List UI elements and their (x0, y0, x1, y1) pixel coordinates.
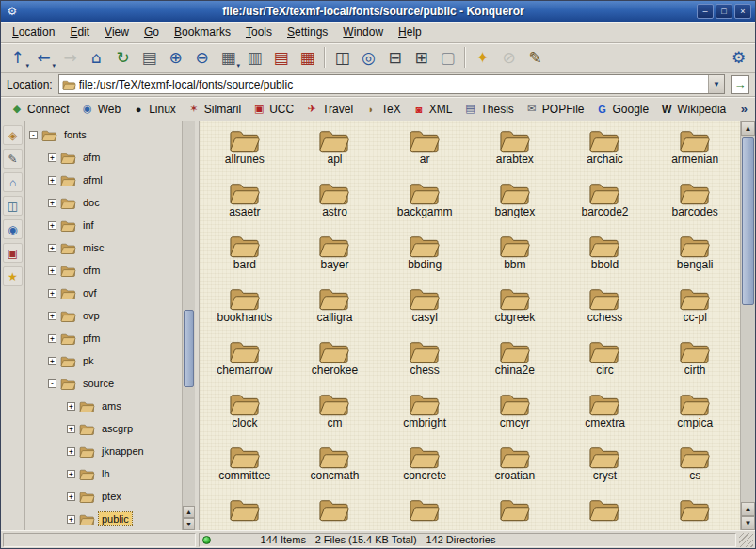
bookmark-overflow-button[interactable]: » (738, 102, 750, 116)
expand-expander-icon[interactable]: + (48, 176, 56, 185)
location-dropdown-button[interactable]: ▼ (708, 75, 724, 93)
split-view-top-bottom-button[interactable]: ⊟ (382, 45, 408, 70)
expand-expander-icon[interactable]: + (48, 334, 56, 343)
tree-item-ams[interactable]: +ams (25, 395, 182, 417)
folder-item-bangtex[interactable]: bangtex (470, 180, 560, 233)
expand-expander-icon[interactable]: + (48, 312, 56, 320)
folder-item-barcode2[interactable]: barcode2 (560, 180, 651, 233)
folder-item-armenian[interactable]: armenian (650, 127, 740, 180)
menu-location[interactable]: Location (5, 23, 62, 41)
view-scrollbar-thumb[interactable] (742, 137, 754, 305)
folder-item-astro[interactable]: astro (290, 180, 380, 233)
collapse-expander-icon[interactable]: - (29, 131, 38, 139)
folder-item-china2e[interactable]: china2e (470, 338, 560, 391)
folder-item-bengali[interactable]: bengali (650, 233, 740, 285)
tree-item-afm[interactable]: +afm (25, 146, 182, 169)
folder-item[interactable] (560, 496, 651, 530)
multicolumn-view-button[interactable]: ▥ (242, 45, 267, 70)
go-button[interactable]: → (731, 75, 749, 94)
view-scroll-down-button[interactable]: ▼ (741, 516, 755, 530)
menu-settings[interactable]: Settings (280, 23, 335, 41)
detailed-list-view-button[interactable]: ▤ (268, 45, 294, 70)
folder-item-chemarrow[interactable]: chemarrow (200, 338, 290, 391)
folder-item-concrete[interactable]: concrete (379, 444, 470, 496)
folder-item-apl[interactable]: apl (290, 127, 380, 180)
remove-view-button[interactable]: ▢ (435, 45, 460, 70)
folder-item-cchess[interactable]: cchess (560, 285, 651, 338)
tree-scrollbar-thumb[interactable] (184, 310, 194, 387)
bookmark-tex[interactable]: ◗TeX (360, 101, 406, 118)
menu-tools[interactable]: Tools (238, 23, 280, 41)
forward-button[interactable]: → (57, 45, 83, 70)
stop-animations-button[interactable]: ⊘ (496, 45, 522, 70)
sidebar-tab-bookmarks[interactable]: ◈ (3, 125, 23, 145)
home-button[interactable]: ⌂ (84, 45, 109, 70)
print-button[interactable]: ▤ (137, 45, 162, 70)
zoom-in-button[interactable]: ⊕ (163, 45, 188, 70)
window-menu-icon[interactable]: ⚙ (5, 4, 20, 19)
konqueror-throbber-button[interactable]: ⚙ (726, 45, 751, 70)
folder-item-ar[interactable]: ar (379, 127, 470, 180)
tree-item-ptex[interactable]: +ptex (25, 485, 182, 508)
close-button[interactable]: × (734, 4, 751, 19)
bookmark-toggle-button[interactable]: ✦ (470, 45, 495, 70)
sidebar-tab-bookmark-star[interactable]: ★ (3, 266, 23, 286)
folder-item-archaic[interactable]: archaic (560, 127, 651, 180)
tree-item-doc[interactable]: +doc (25, 191, 182, 214)
folder-item-arabtex[interactable]: arabtex (470, 127, 560, 180)
expand-expander-icon[interactable]: + (48, 153, 56, 162)
folder-item-cryst[interactable]: cryst (560, 444, 651, 496)
quill-button[interactable]: ✎ (523, 45, 548, 70)
view-scroll-up-button-bottom[interactable]: ▲ (741, 502, 755, 516)
tree-item-source[interactable]: -source (25, 372, 182, 395)
tree-item-ascgrp[interactable]: +ascgrp (25, 417, 182, 440)
location-input[interactable] (79, 75, 705, 93)
folder-item-clock[interactable]: clock (200, 391, 290, 444)
menu-view[interactable]: View (97, 23, 137, 41)
folder-item-bard[interactable]: bard (200, 233, 290, 285)
resize-grip[interactable] (739, 533, 753, 547)
folder-item[interactable] (200, 496, 290, 530)
expand-expander-icon[interactable]: + (48, 357, 56, 365)
folder-item-casyl[interactable]: casyl (379, 285, 470, 338)
bookmark-wikipedia[interactable]: WWikipedia (655, 101, 731, 118)
tree-item-pfm[interactable]: +pfm (25, 327, 182, 349)
tree-item-ofm[interactable]: +ofm (25, 259, 182, 282)
folder-item-barcodes[interactable]: barcodes (650, 180, 740, 233)
expand-expander-icon[interactable]: + (48, 244, 56, 252)
folder-item-cbgreek[interactable]: cbgreek (470, 285, 560, 338)
expand-expander-icon[interactable]: + (48, 221, 56, 230)
folder-item-cmbright[interactable]: cmbright (379, 391, 470, 444)
sidebar-tab-network[interactable]: ◫ (3, 196, 23, 216)
folder-item-bbding[interactable]: bbding (379, 233, 470, 285)
folder-item-cherokee[interactable]: cherokee (290, 338, 380, 391)
folder-item-cmcyr[interactable]: cmcyr (470, 391, 560, 444)
bookmark-google[interactable]: GGoogle (591, 101, 654, 118)
folder-item[interactable] (379, 496, 470, 530)
tree-item-lh[interactable]: +lh (25, 462, 182, 485)
menu-bookmarks[interactable]: Bookmarks (167, 23, 238, 41)
location-combo[interactable]: ▼ (58, 74, 725, 94)
folder-view[interactable]: allrunesaplararabtexarchaicarmenianasaet… (200, 121, 740, 530)
text-view-button[interactable]: ▦ (295, 45, 320, 70)
bookmark-silmaril[interactable]: ✶Silmaril (183, 101, 246, 118)
folder-item-committee[interactable]: committee (200, 444, 290, 496)
expand-expander-icon[interactable]: + (48, 289, 56, 298)
tree-item-afml[interactable]: +afml (25, 169, 182, 191)
icon-view-button[interactable]: ▦▾ (216, 45, 241, 70)
maximize-button[interactable]: □ (716, 4, 732, 19)
folder-item-bayer[interactable]: bayer (290, 233, 380, 285)
collapse-expander-icon[interactable]: - (48, 379, 56, 388)
tree-item-ovp[interactable]: +ovp (25, 304, 182, 327)
bookmark-linux[interactable]: ●Linux (127, 101, 181, 118)
find-button[interactable]: ◎ (356, 45, 381, 70)
tree-item-public[interactable]: +public (25, 508, 182, 530)
folder-item-cmpica[interactable]: cmpica (650, 391, 740, 444)
view-scroll-up-button[interactable]: ▲ (741, 121, 755, 136)
menu-help[interactable]: Help (391, 23, 429, 41)
expand-expander-icon[interactable]: + (67, 492, 75, 501)
menu-edit[interactable]: Edit (62, 23, 97, 41)
bookmark-travel[interactable]: ✈Travel (300, 101, 358, 118)
sidebar-tab-services[interactable]: ▣ (3, 243, 23, 263)
tree-item-inf[interactable]: +inf (25, 214, 182, 236)
